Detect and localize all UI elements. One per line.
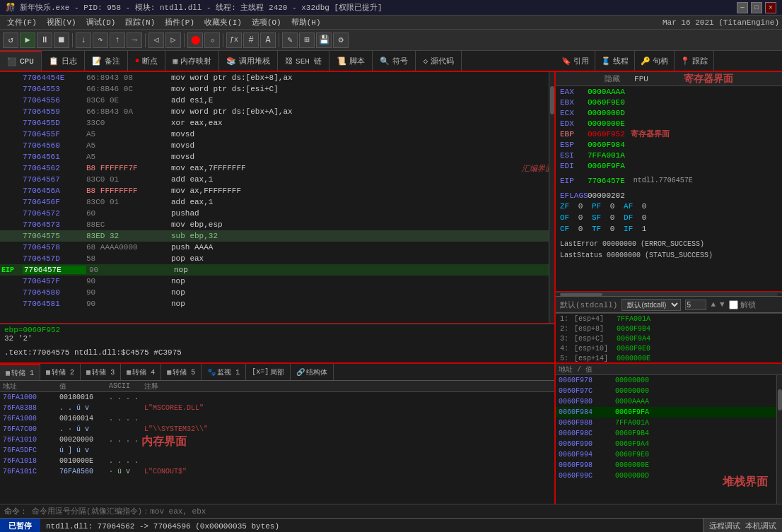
tb-run[interactable]: ▶ <box>20 32 35 48</box>
tb-restart[interactable]: ↺ <box>3 32 18 48</box>
hide-regs-button[interactable]: 隐藏 <box>605 73 620 84</box>
reg-row-eax[interactable]: EAX 0000AAAA <box>556 86 782 97</box>
stack-row[interactable]: 0060F980 0000AAAA <box>556 396 782 407</box>
tb-settings[interactable]: ⚙ <box>333 32 349 48</box>
reg-row-esi[interactable]: ESI 7FFA001A <box>556 150 782 160</box>
tab-symbol[interactable]: 🔍 符号 <box>373 51 416 71</box>
menu-plugins[interactable]: 插件(P) <box>161 16 199 28</box>
tab-seh[interactable]: ⛓ SEH 链 <box>278 51 329 71</box>
disasm-row[interactable]: 7706456A B8 FFFFFFFF mov ax,FFFFFFFF <box>0 185 554 196</box>
rtab-reference[interactable]: 🔖 引用 <box>556 51 595 71</box>
mem-row[interactable]: 76FA1018 0010000E . . . . <box>0 456 554 466</box>
if-flag[interactable]: IF <box>624 225 633 233</box>
disasm-row[interactable]: 77064580 90 nop <box>0 287 554 298</box>
mem-row[interactable]: 76FA8388 . . ú v L"MSCOREE.DLL" <box>0 403 554 413</box>
mtab-struct[interactable]: 🔗 结构体 <box>291 364 334 380</box>
reg-row-edx[interactable]: EDX 0000000E <box>556 118 782 129</box>
disasm-row-highlighted[interactable]: 77064575 83ED 32 sub ebp,32 <box>0 230 554 242</box>
reg-row-edi[interactable]: EDI 0060F9FA <box>556 160 782 171</box>
maximize-button[interactable]: □ <box>751 2 762 13</box>
menu-view[interactable]: 视图(V) <box>42 16 81 28</box>
stack-scrollbar[interactable] <box>776 375 782 504</box>
zf-flag[interactable]: ZF <box>560 202 569 211</box>
disasm-row[interactable]: 77064573 88EC mov ebp,esp <box>0 219 554 230</box>
disasm-row[interactable]: 77064562 B8 FFFFFF7F mov eax,7FFFFFFF 汇编… <box>0 162 554 174</box>
tab-log[interactable]: 📋 日志 <box>42 51 85 71</box>
mtab-dump4[interactable]: ▦ 转储 4 <box>121 364 161 380</box>
stack-row[interactable]: 0060F998 0000000E <box>556 460 782 471</box>
cf-flag[interactable]: CF <box>560 225 569 233</box>
sf-flag[interactable]: SF <box>592 213 601 222</box>
disasm-row[interactable]: 77064581 90 nop <box>0 298 554 309</box>
mem-row[interactable]: 76FA5DFC ú ] ú v <box>0 445 554 456</box>
tb-back[interactable]: ◁ <box>148 32 164 48</box>
stack-row[interactable]: 0060F988 7FFA001A <box>556 418 782 428</box>
mtab-dump3[interactable]: ▦ 转储 3 <box>81 364 121 380</box>
reg-row-esp[interactable]: ESP 0060F984 <box>556 139 782 150</box>
disasm-row[interactable]: 77064556 83C6 0E add esi,E <box>0 95 554 106</box>
mtab-dump2[interactable]: ▦ 转储 2 <box>40 364 81 380</box>
tb-step-into[interactable]: ↓ <box>76 32 91 48</box>
disasm-row[interactable]: 7706457D 58 pop eax <box>0 253 554 264</box>
disasm-row[interactable]: 77064553 66:8B46 0C mov word ptr ds:[esi… <box>0 83 554 95</box>
disasm-area[interactable]: 77064454E 66:8943 08 mov word ptr ds:[eb… <box>0 72 554 324</box>
stack-row-highlight[interactable]: 0060F984 0060F9FA <box>556 407 782 418</box>
reg-row-eip[interactable]: EIP 7706457E ntdll.7706457E <box>556 175 782 186</box>
pf-flag[interactable]: PF <box>592 202 601 211</box>
cmd-input[interactable] <box>32 507 778 516</box>
stdcall-up[interactable]: ▲ <box>711 300 716 309</box>
disasm-row[interactable]: 7706456F 83C0 01 add eax,1 <box>0 196 554 208</box>
rtab-thread[interactable]: 🧵 线程 <box>595 51 635 71</box>
df-flag[interactable]: DF <box>624 213 633 222</box>
tb-forward[interactable]: ▷ <box>165 32 181 48</box>
disasm-row[interactable]: 77064567 83C0 01 add eax,1 <box>0 174 554 185</box>
disasm-scrollbar[interactable] <box>549 72 554 323</box>
menu-debug[interactable]: 调试(D) <box>82 16 120 28</box>
disasm-row[interactable]: 7706455F A5 movsd <box>0 129 554 140</box>
mem-row[interactable]: 76FA1000 00180016 . . . . <box>0 392 554 403</box>
mem-row[interactable]: 76FA1010 00020000 . . . . <box>0 435 554 445</box>
tb-stop[interactable]: ⏹ <box>54 32 69 48</box>
stack-row[interactable]: 0060F99C 0000000D <box>556 471 782 481</box>
tb-assemble[interactable]: ✎ <box>282 32 298 48</box>
tab-bp[interactable]: ● 断点 <box>128 51 166 71</box>
tb-eval[interactable]: ƒx <box>226 32 242 48</box>
disasm-row[interactable]: 77064572 60 pushad <box>0 208 554 219</box>
rtab-trace[interactable]: 📍 跟踪 <box>675 51 714 71</box>
disasm-row[interactable]: 7706457F 90 nop <box>0 276 554 287</box>
stdcall-num-input[interactable] <box>685 300 706 310</box>
tb-run-to-cursor[interactable]: → <box>127 32 142 48</box>
mem-row[interactable]: 76FA7C00 . · ú v L"\\SYSTEM32\\" <box>0 424 554 435</box>
tb-save[interactable]: 💾 <box>316 32 332 48</box>
tab-source[interactable]: ◇ 源代码 <box>416 51 462 71</box>
of-flag[interactable]: OF <box>560 213 569 222</box>
af-flag[interactable]: AF <box>624 202 633 211</box>
mtab-locals[interactable]: [x=] 局部 <box>246 364 291 380</box>
mem-row[interactable]: 76FA1008 00160014 . . . . <box>0 413 554 424</box>
disasm-eip-row[interactable]: EIP 7706457E 90 nop <box>0 264 554 276</box>
disasm-row[interactable]: 77064560 A5 movsd <box>0 140 554 151</box>
tb-step-over[interactable]: ↷ <box>93 32 108 48</box>
stdcall-down[interactable]: ▼ <box>720 300 725 309</box>
tab-memmap[interactable]: ▦ 内存映射 <box>165 51 219 71</box>
tb-hw-bp[interactable]: ⬦ <box>204 32 220 48</box>
mtab-watch1[interactable]: 🐾 监视 1 <box>202 364 246 380</box>
stack-row[interactable]: 0060F990 0060F9A4 <box>556 439 782 449</box>
disasm-row[interactable]: 77064454E 66:8943 08 mov word ptr ds:[eb… <box>0 72 554 83</box>
stack-row[interactable]: 0060F978 00000000 <box>556 375 782 386</box>
disasm-row[interactable]: 77064578 68 AAAA0000 push AAAA <box>0 242 554 253</box>
mem-row[interactable]: 76FA101C 76FA8560 · ú v L"CONOUT$" <box>0 466 554 477</box>
tab-script[interactable]: 📜 脚本 <box>329 51 373 71</box>
menu-file[interactable]: 文件(F) <box>3 16 41 28</box>
tb-hex[interactable]: # <box>243 32 259 48</box>
menu-help[interactable]: 帮助(H) <box>287 16 325 28</box>
disasm-row[interactable]: 77064559 66:8B43 0A mov word ptr ds:[ebx… <box>0 106 554 117</box>
stack-row[interactable]: 0060F994 0060F9E0 <box>556 449 782 460</box>
minimize-button[interactable]: ─ <box>737 2 748 13</box>
menu-favorites[interactable]: 收藏夹(I) <box>200 16 246 28</box>
unlock-checkbox[interactable] <box>729 300 738 309</box>
reg-row-ecx[interactable]: ECX 0000000D <box>556 107 782 118</box>
mtab-dump1[interactable]: ▦ 转储 1 <box>0 364 40 380</box>
show-fpu-button[interactable]: FPU <box>634 75 648 83</box>
reg-row-ebx[interactable]: EBX 0060F9E0 <box>556 97 782 107</box>
